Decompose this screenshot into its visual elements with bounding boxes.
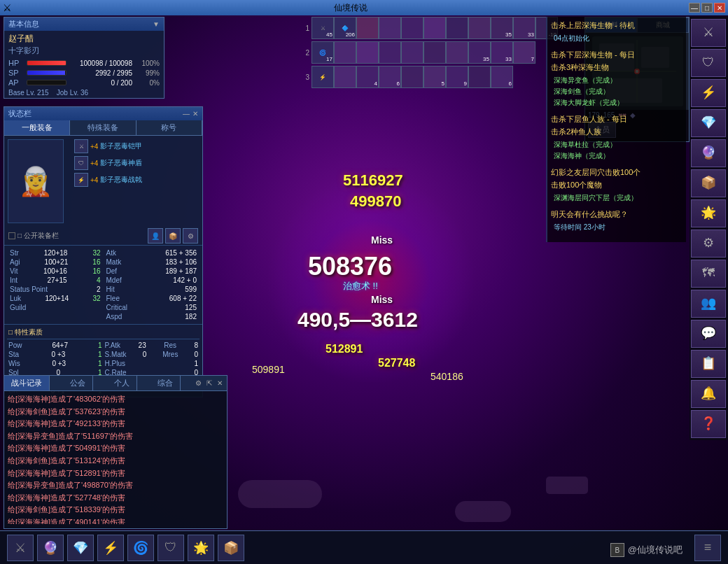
mini-icon-2[interactable]: 📦 <box>165 228 181 244</box>
chat-ctrl-settings[interactable]: ⚙ <box>194 379 203 388</box>
ap-value: 0 / 200 <box>69 79 132 87</box>
level-row: Base Lv. 215 Job Lv. 36 <box>4 87 164 98</box>
tab-special-equip[interactable]: 特殊装备 <box>70 120 136 135</box>
skill-3-7-count: 9 <box>464 80 467 87</box>
stats-col-right: Atk 615 + 356 Matk 183 + 106 Def 189 + 1… <box>104 247 200 323</box>
close-button[interactable]: ✕ <box>714 3 725 13</box>
rsb-icon-7: 🌟 <box>701 205 716 220</box>
mini-icon-1[interactable]: 👤 <box>148 228 163 244</box>
public-equip-box[interactable] <box>8 232 15 239</box>
basic-info-header: 基本信息 ▼ <box>4 17 164 31</box>
bottom-slot-4[interactable]: ⚡ <box>97 535 124 561</box>
rsb-btn-12[interactable]: 📋 <box>691 350 726 378</box>
rsb-btn-2[interactable]: 🛡 <box>691 49 726 77</box>
char-sprite-area: 🧝 <box>4 136 67 227</box>
skill-2-8[interactable]: 35 <box>468 41 491 64</box>
rsb-icon-3: ⚡ <box>701 85 716 100</box>
rsb-btn-9[interactable]: 🗺 <box>691 260 726 288</box>
skill-2-6[interactable] <box>424 41 446 64</box>
mini-icon-3[interactable]: ⚙ <box>183 228 198 244</box>
public-equip-label: □ 公开装备栏 <box>18 231 59 241</box>
chat-tab-guild[interactable]: 公会 <box>63 376 93 390</box>
titlebar: ⚔ 仙境传说 — □ ✕ <box>0 0 728 15</box>
skill-1-1[interactable]: ⚔45 <box>312 17 334 39</box>
tab-general-equip[interactable]: 一般装备 <box>4 120 70 135</box>
damage-number-4: 490,5—3612 <box>298 308 418 332</box>
skill-1-6[interactable] <box>424 17 446 39</box>
skill-2-3[interactable] <box>356 41 379 64</box>
status-close-btn[interactable]: ✕ <box>192 110 198 118</box>
rsb-btn-13[interactable]: 🔔 <box>691 380 726 408</box>
skill-2-1[interactable]: 🌀17 <box>312 41 334 64</box>
bottom-slot-1[interactable]: ⚔ <box>7 535 34 561</box>
skill-2-10[interactable]: 7 <box>513 41 536 64</box>
bottom-slot-5[interactable]: 🌀 <box>127 535 154 561</box>
skill-3-5[interactable] <box>401 66 424 88</box>
status-minimize-btn[interactable]: — <box>183 110 190 118</box>
rsb-btn-4[interactable]: 💎 <box>691 109 726 137</box>
right-sidebar: ⚔ 🛡 ⚡ 💎 🔮 📦 🌟 ⚙ 🗺 👥 💬 📋 🔔 ❓ <box>690 17 728 440</box>
skill-3-7[interactable]: 9 <box>446 66 468 88</box>
rsb-btn-10[interactable]: 👥 <box>691 290 726 318</box>
hp-row: HP 100098 / 100098 100% <box>4 58 164 68</box>
skill-3-9[interactable]: 6 <box>491 66 513 88</box>
quest-item-3-1: 深海异变鱼（完成） <box>551 75 682 86</box>
skill-1-3[interactable] <box>356 17 379 39</box>
rsb-btn-6[interactable]: 📦 <box>691 169 726 197</box>
skill-2-4[interactable] <box>379 41 401 64</box>
skill-1-8[interactable] <box>468 17 491 39</box>
chat-tab-battle[interactable]: 战斗记录 <box>4 376 50 390</box>
skill-3-6[interactable]: 5 <box>424 66 446 88</box>
skill-1-10[interactable]: 33 <box>513 17 536 39</box>
chat-content[interactable]: 给[深海海神]造成了'483062'的伤害 给[深海剑鱼]造成了'537623'… <box>4 391 227 524</box>
basic-info-minimize[interactable]: ▼ <box>153 20 160 28</box>
skill-1-7[interactable] <box>446 17 468 39</box>
skill-3-4[interactable]: 6 <box>379 66 401 88</box>
tab-title[interactable]: 称号 <box>136 120 202 135</box>
quest-section-1: 击杀上层深海生物 - 待机 04点初始化 <box>551 20 682 44</box>
skill-1-5[interactable] <box>401 17 424 39</box>
equip-icon-1: ⚔ <box>74 139 88 153</box>
skill-3-1[interactable]: ⚡ <box>312 66 334 88</box>
bottom-slot-7[interactable]: 🌟 <box>188 535 214 561</box>
rsb-btn-14[interactable]: ❓ <box>691 410 726 438</box>
bottom-slot-6[interactable]: 🛡 <box>158 535 184 561</box>
equip-item-3: ⚡ +4 影子恶毒战戟 <box>72 171 200 188</box>
rsb-btn-11[interactable]: 💬 <box>691 320 726 348</box>
skill-2-9[interactable]: 33 <box>491 41 513 64</box>
equip-enhance-3: +4 <box>90 176 98 184</box>
skill-2-1-icon: 🌀 <box>319 50 326 56</box>
quest-item-8-sub: 等待时间 23小时 <box>551 222 682 233</box>
skill-3-2[interactable] <box>334 66 356 88</box>
maximize-button[interactable]: □ <box>701 3 713 13</box>
bottom-slot-3[interactable]: 💎 <box>67 535 94 561</box>
skill-2-5[interactable] <box>401 41 424 64</box>
skill-2-2[interactable] <box>334 41 356 64</box>
int-stat: Int 27+15 4 <box>8 276 102 285</box>
bottom-slot-8[interactable]: 📦 <box>218 535 244 561</box>
char-sprite-icon: 🧝 <box>18 165 53 198</box>
skill-3-8[interactable] <box>468 66 491 88</box>
chat-line-2: 给[深海剑鱼]造成了'537623'的伤害 <box>8 406 223 418</box>
sp-label: SP <box>8 69 24 77</box>
minimize-button[interactable]: — <box>689 3 700 13</box>
skill-1-9[interactable]: 35 <box>491 17 513 39</box>
quest-item-7-1: 深渊海层同穴下层（完成） <box>551 192 682 204</box>
skill-1-4[interactable] <box>379 17 401 39</box>
skill-2-7[interactable] <box>446 41 468 64</box>
bottom-slot-2[interactable]: 🔮 <box>37 535 64 561</box>
mdef-stat: Mdef 142 + 0 <box>105 276 199 285</box>
chat-ctrl-close[interactable]: ✕ <box>216 379 224 388</box>
skill-3-3[interactable]: 4 <box>356 66 379 88</box>
chat-ctrl-expand[interactable]: ⇱ <box>205 379 214 388</box>
skill-1-2[interactable]: 🔷206 <box>334 17 356 39</box>
public-equip-checkbox[interactable]: □ 公开装备栏 👤 📦 ⚙ <box>4 227 202 245</box>
bottom-menu-btn[interactable]: ≡ <box>694 535 721 561</box>
rsb-btn-1[interactable]: ⚔ <box>691 19 726 47</box>
rsb-btn-8[interactable]: ⚙ <box>691 230 726 258</box>
rsb-btn-5[interactable]: 🔮 <box>691 139 726 167</box>
rsb-btn-3[interactable]: ⚡ <box>691 79 726 107</box>
rsb-btn-7[interactable]: 🌟 <box>691 199 726 227</box>
chat-tab-combined[interactable]: 综合 <box>150 376 181 390</box>
chat-tab-personal[interactable]: 个人 <box>107 376 137 390</box>
